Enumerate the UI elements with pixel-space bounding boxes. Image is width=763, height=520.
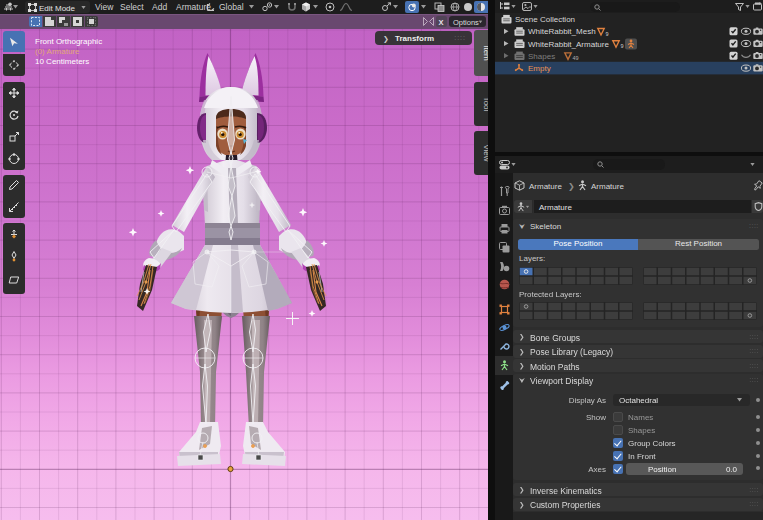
svg-text:9: 9: [605, 31, 608, 37]
svg-text:Shapes: Shapes: [528, 52, 555, 61]
svg-text:Empty: Empty: [528, 64, 551, 73]
svg-text:Scene Collection: Scene Collection: [515, 15, 575, 24]
svg-text:WhiteRabbit_Mesh: WhiteRabbit_Mesh: [528, 27, 596, 36]
svg-text:49: 49: [572, 55, 578, 61]
svg-text:9: 9: [620, 43, 623, 49]
svg-text:WhiteRabbit_Armature: WhiteRabbit_Armature: [528, 40, 609, 49]
